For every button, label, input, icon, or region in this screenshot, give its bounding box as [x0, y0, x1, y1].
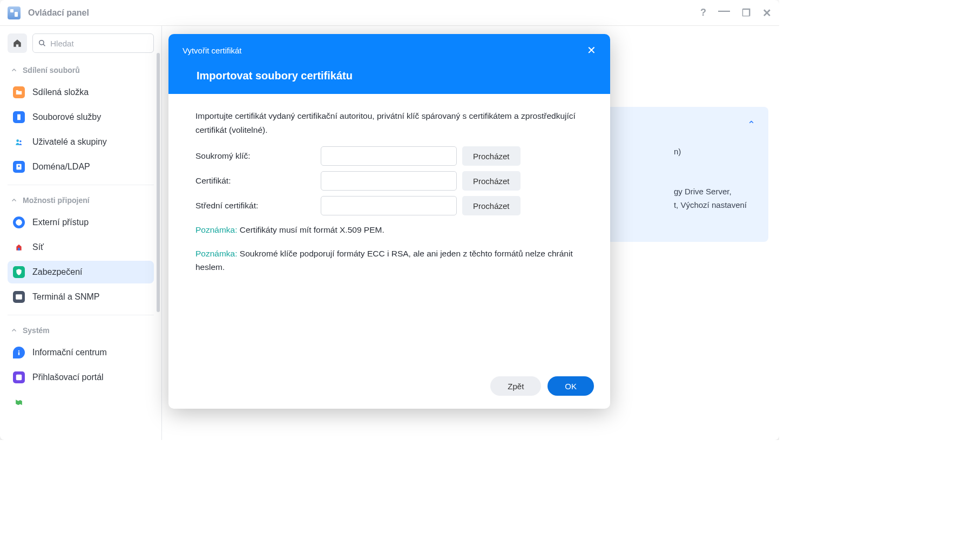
folder-icon [13, 86, 25, 98]
card-text-fragment: gy Drive Server, [674, 185, 747, 199]
certificate-label: Certifikát: [195, 174, 321, 188]
region-icon [13, 396, 25, 408]
file-services-icon [13, 111, 25, 123]
network-icon [13, 241, 25, 253]
sidebar-item-users-groups[interactable]: Uživatelé a skupiny [8, 131, 154, 153]
divider [8, 315, 154, 315]
app-window: Ovládací panel ? — ❐ ✕ Sdílení s [0, 0, 779, 440]
home-button[interactable] [8, 33, 27, 53]
window-controls: ? — ❐ ✕ [700, 6, 772, 20]
ldap-icon [13, 161, 25, 173]
sidebar-item-file-services[interactable]: Souborové služby [8, 106, 154, 128]
dialog-header: Vytvořit certifikát ✕ Importovat soubory… [168, 34, 610, 94]
note-text: Certifikáty musí mít formát X.509 PEM. [238, 225, 384, 234]
close-icon[interactable]: ✕ [762, 6, 772, 19]
search-field-wrap[interactable] [32, 33, 154, 53]
sidebar-item-info-center[interactable]: Informační centrum [8, 341, 154, 364]
search-icon [38, 39, 46, 48]
card-text-fragment: t, Výchozí nastavení [674, 198, 747, 212]
private-key-input[interactable] [321, 146, 457, 166]
card-text-fragment: n) [674, 145, 747, 159]
section-label: Možnosti připojení [23, 196, 90, 205]
dialog-title: Vytvořit certifikát [183, 46, 241, 55]
svg-rect-10 [18, 352, 19, 355]
chevron-up-icon[interactable]: ⌃ [747, 117, 755, 133]
svg-rect-8 [16, 294, 22, 299]
maximize-icon[interactable]: ❐ [742, 7, 751, 19]
globe-icon [13, 216, 25, 228]
sidebar-item-label: Souborové služby [32, 112, 101, 122]
sidebar-item-partial[interactable] [8, 391, 154, 414]
section-label: Sdílení souborů [23, 66, 80, 75]
divider [8, 185, 154, 185]
scrollbar-thumb[interactable] [157, 53, 160, 312]
dialog-subtitle: Importovat soubory certifikátu [183, 70, 596, 82]
browse-intermediate-button[interactable]: Procházet [462, 196, 521, 215]
search-row [8, 33, 154, 53]
section-header-connectivity[interactable]: Možnosti připojení [8, 192, 154, 209]
svg-point-3 [19, 140, 22, 143]
dialog-body: Importujte certifikát vydaný certifikačn… [168, 94, 610, 367]
private-key-label: Soukromý klíč: [195, 149, 321, 163]
sidebar-item-network[interactable]: Síť [8, 236, 154, 259]
svg-rect-7 [18, 248, 20, 251]
sidebar-item-label: Uživatelé a skupiny [32, 137, 107, 147]
sidebar-item-external-access[interactable]: Externí přístup [8, 211, 154, 234]
sidebar-item-label: Informační centrum [32, 348, 107, 357]
search-input[interactable] [50, 39, 148, 48]
section-header-file-sharing[interactable]: Sdílení souborů [8, 62, 154, 79]
sidebar-item-terminal-snmp[interactable]: Terminál a SNMP [8, 286, 154, 308]
chevron-up-icon [11, 67, 17, 73]
sidebar-item-shared-folder[interactable]: Sdílená složka [8, 81, 154, 104]
svg-point-2 [16, 139, 19, 142]
dialog-intro: Importujte certifikát vydaný certifikačn… [195, 109, 583, 137]
note-2: Poznámka: Soukromé klíče podporují formá… [195, 247, 583, 274]
window-title: Ovládací panel [28, 8, 700, 18]
sidebar-item-security[interactable]: Zabezpečení [8, 261, 154, 283]
section-header-system[interactable]: Systém [8, 322, 154, 339]
minimize-icon[interactable]: — [718, 4, 730, 18]
svg-point-0 [39, 40, 44, 45]
svg-point-5 [18, 165, 20, 167]
title-bar: Ovládací panel ? — ❐ ✕ [0, 0, 779, 26]
intermediate-label: Střední certifikát: [195, 199, 321, 213]
browse-certificate-button[interactable]: Procházet [462, 171, 521, 191]
sidebar-item-label: Přihlašovací portál [32, 373, 104, 382]
ok-button[interactable]: OK [548, 376, 594, 396]
svg-line-1 [43, 44, 45, 46]
sidebar-item-label: Externí přístup [32, 218, 89, 227]
back-button[interactable]: Zpět [490, 376, 541, 396]
note-label: Poznámka: [195, 225, 238, 234]
create-certificate-dialog: Vytvořit certifikát ✕ Importovat soubory… [168, 34, 610, 409]
browse-private-key-button[interactable]: Procházet [462, 146, 521, 166]
terminal-icon [13, 291, 25, 303]
home-icon [12, 38, 22, 48]
svg-point-9 [18, 350, 19, 351]
info-icon [13, 347, 25, 358]
app-icon [8, 6, 21, 19]
field-row-private-key: Soukromý klíč: Procházet [195, 146, 583, 166]
sidebar-item-domain-ldap[interactable]: Doména/LDAP [8, 155, 154, 178]
help-icon[interactable]: ? [700, 7, 706, 18]
sidebar-item-login-portal[interactable]: Přihlašovací portál [8, 366, 154, 389]
portal-icon [13, 371, 25, 383]
certificate-input[interactable] [321, 171, 457, 191]
field-row-intermediate: Střední certifikát: Procházet [195, 196, 583, 215]
users-icon [13, 136, 25, 148]
note-1: Poznámka: Certifikáty musí mít formát X.… [195, 223, 583, 237]
note-text: Soukromé klíče podporují formáty ECC i R… [195, 249, 573, 272]
chevron-up-icon [11, 327, 17, 334]
sidebar-item-label: Doména/LDAP [32, 162, 90, 172]
dialog-footer: Zpět OK [168, 367, 610, 409]
field-row-certificate: Certifikát: Procházet [195, 171, 583, 191]
dialog-close-icon[interactable]: ✕ [587, 44, 596, 57]
sidebar-item-label: Zabezpečení [32, 267, 83, 277]
section-label: Systém [23, 326, 50, 335]
chevron-up-icon [11, 197, 17, 204]
sidebar: Sdílení souborů Sdílená složka Souborové… [0, 26, 162, 440]
sidebar-item-label: Síť [32, 242, 44, 252]
sidebar-item-label: Sdílená složka [32, 87, 89, 97]
shield-icon [13, 266, 25, 278]
sidebar-item-label: Terminál a SNMP [32, 292, 99, 302]
intermediate-input[interactable] [321, 196, 457, 215]
